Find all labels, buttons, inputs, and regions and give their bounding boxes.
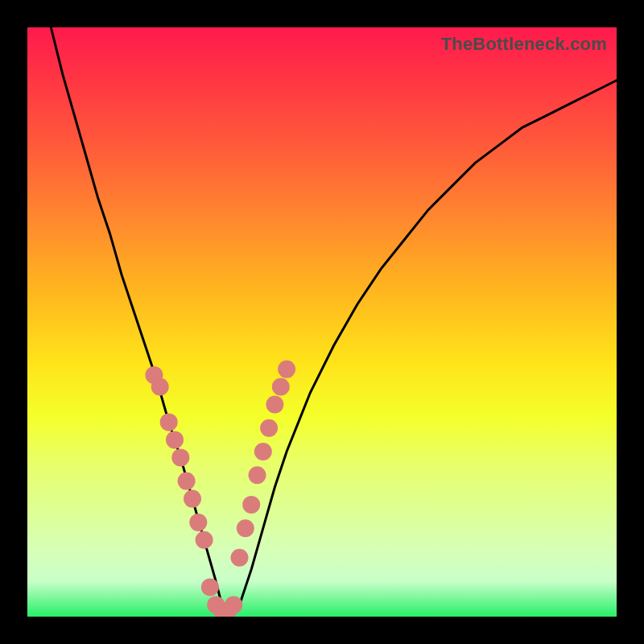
- chart-root: TheBottleneck.com: [0, 0, 644, 644]
- data-point: [272, 378, 290, 396]
- data-point: [254, 443, 272, 460]
- data-point: [266, 396, 283, 414]
- data-point: [242, 496, 260, 514]
- data-point: [160, 413, 178, 431]
- attribution-label: TheBottleneck.com: [441, 34, 607, 55]
- data-point: [189, 514, 207, 531]
- data-point: [151, 378, 169, 396]
- data-point: [207, 596, 225, 613]
- curve-layer: [27, 27, 617, 617]
- data-point: [260, 419, 278, 437]
- data-point: [145, 366, 163, 384]
- data-point: [166, 431, 184, 448]
- data-point: [219, 602, 237, 617]
- plot-area: TheBottleneck.com: [27, 27, 617, 617]
- data-point: [225, 596, 242, 613]
- data-point: [178, 473, 196, 490]
- data-point: [201, 578, 219, 596]
- data-point: [184, 490, 201, 508]
- data-point: [231, 549, 249, 567]
- data-point: [278, 361, 295, 378]
- data-point: [213, 602, 231, 617]
- bottleneck-curve: [51, 27, 617, 617]
- data-point: [171, 448, 189, 466]
- sample-points: [145, 361, 295, 617]
- data-point: [249, 466, 266, 484]
- data-point: [196, 531, 213, 549]
- data-point: [237, 519, 254, 537]
